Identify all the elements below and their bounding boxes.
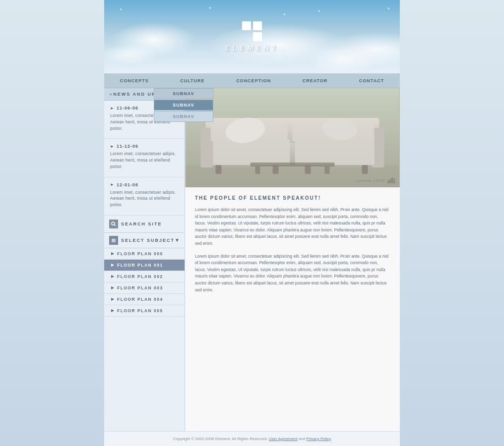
logo-square: [253, 21, 262, 30]
subnav-dropdown: SUBNAV SUBNAV SUBNAV: [154, 88, 213, 122]
article-area: THE PEOPLE OF ELEMENT SPEAKOUT! Lorem ip…: [185, 187, 400, 431]
svg-rect-3: [112, 240, 116, 241]
right-decorative-panel: [400, 0, 504, 446]
left-sidebar: + NEWS AND UPDATES + ► 11-06-06 Lorem im…: [104, 88, 185, 431]
logo-square: [242, 32, 251, 41]
svg-rect-23: [325, 167, 330, 174]
main-nav: CONCEPTS CULTURE CONCEPTION CREATOR CONT…: [104, 73, 400, 88]
news-date-2: ► 11-12-06: [110, 144, 179, 149]
nav-culture[interactable]: CULTURE: [176, 78, 208, 83]
svg-rect-2: [112, 239, 116, 240]
footer-copyright: Copyright © 2000-2006 Element. All Right…: [173, 437, 268, 441]
news-arrow-icon: ►: [110, 182, 115, 187]
nav-creator[interactable]: CREATOR: [299, 78, 332, 83]
floor-plan-item-2[interactable]: ▶ FLOOR PLAN 002: [104, 271, 185, 282]
floor-plan-arrow-icon: ▶: [111, 263, 114, 267]
floor-plan-arrow-icon: ▶: [111, 251, 114, 256]
svg-rect-13: [213, 139, 290, 165]
article-title: THE PEOPLE OF ELEMENT SPEAKOUT!: [195, 195, 390, 201]
nav-concepts[interactable]: CONCEPTS: [116, 78, 153, 83]
news-arrow-icon: ►: [110, 106, 115, 111]
site-footer: Copyright © 2000-2006 Element. All Right…: [104, 431, 400, 446]
logo-area: ELEMENT: [225, 21, 279, 52]
article-body-2: Lorem ipsum dolor sit amet, consectetuer…: [195, 253, 390, 294]
logo-square: [242, 21, 251, 30]
news-text-3: Lorem imet, consectetuer adipis. Aeiean …: [110, 189, 179, 208]
subnav-item-2[interactable]: SUBNAV: [154, 100, 213, 111]
news-prefix-plus: +: [109, 91, 112, 97]
footer-and: and: [299, 437, 307, 441]
footer-privacy-policy-link[interactable]: Privacy Policy: [306, 437, 331, 441]
news-arrow-icon: ►: [110, 144, 115, 149]
star-icon: ✦: [317, 9, 321, 13]
svg-rect-21: [251, 163, 335, 167]
hero-image-area: volume 100%: [185, 88, 400, 187]
svg-rect-18: [362, 165, 368, 174]
floor-plan-label-2: FLOOR PLAN 002: [117, 274, 163, 279]
sofa-illustration: [185, 88, 400, 187]
floor-plan-arrow-icon: ▶: [111, 285, 114, 290]
news-item-3: ► 12-01-06 Lorem imet, consectetuer adip…: [104, 177, 185, 216]
vol-bar-4: [393, 178, 395, 183]
site-logo-text: ELEMENT: [225, 44, 279, 52]
select-subject-label: SELECT SUBJECT: [121, 238, 175, 243]
volume-label: volume 100%: [356, 178, 385, 183]
search-section[interactable]: SEARCH SITE: [104, 216, 185, 233]
star-icon: ✦: [387, 6, 390, 11]
news-text-2: Lorem imet, consectetuer adipis. Aeiean …: [110, 151, 179, 169]
search-label: SEARCH SITE: [121, 222, 162, 226]
select-subject-section[interactable]: SELECT SUBJECT ▼: [104, 233, 185, 248]
vol-bar-1: [387, 180, 389, 183]
select-chevron-icon: ▼: [175, 237, 180, 243]
right-panel: volume 100% THE PEOPLE OF ELEMENT SPEAKO…: [185, 88, 400, 431]
nav-conception[interactable]: CONCEPTION: [232, 78, 275, 83]
svg-line-1: [115, 224, 116, 226]
svg-rect-22: [255, 167, 260, 174]
article-body-1: Lorem ipsum dolor sit amet, consectetuer…: [195, 207, 390, 247]
floor-plan-label-3: FLOOR PLAN 003: [117, 285, 163, 290]
floor-plan-item-4[interactable]: ▶ FLOOR PLAN 004: [104, 294, 185, 305]
news-item-2: ► 11-12-06 Lorem imet, consectetuer adip…: [104, 139, 185, 177]
logo-square: [253, 32, 262, 41]
footer-user-agreement-link[interactable]: User Agreement: [269, 437, 298, 441]
floor-plan-arrow-icon: ▶: [111, 297, 114, 301]
volume-indicator: volume 100%: [356, 177, 395, 183]
svg-rect-14: [295, 139, 375, 165]
floor-plan-label-5: FLOOR PLAN 005: [117, 308, 163, 313]
svg-point-0: [112, 222, 115, 225]
subnav-item-1[interactable]: SUBNAV: [154, 88, 213, 99]
star-icon: ✦: [208, 6, 212, 10]
floor-plan-label-0: FLOOR PLAN 000: [117, 251, 163, 256]
floor-plan-item-5[interactable]: ▶ FLOOR PLAN 005: [104, 305, 185, 317]
vol-bar-3: [391, 177, 393, 183]
floor-plan-item-0[interactable]: ▶ FLOOR PLAN 000: [104, 248, 185, 260]
site-header: ✦ ✦ ✦ ✦ ✦ ELEMENT: [104, 0, 400, 73]
floor-plan-arrow-icon: ▶: [111, 274, 114, 279]
main-window: ✦ ✦ ✦ ✦ ✦ ELEMENT CONCEPTS CULTURE CONCE…: [104, 0, 400, 446]
vol-bar-2: [389, 179, 391, 183]
volume-bars: [387, 177, 395, 183]
floor-plan-item-3[interactable]: ▶ FLOOR PLAN 003: [104, 282, 185, 294]
star-icon: ✦: [283, 12, 286, 17]
floor-plan-arrow-icon: ▶: [111, 308, 114, 313]
star-icon: ✦: [119, 7, 123, 12]
svg-rect-15: [216, 165, 222, 174]
content-area: + NEWS AND UPDATES + ► 11-06-06 Lorem im…: [104, 88, 400, 431]
floor-plan-label-1: FLOOR PLAN 001: [117, 263, 163, 268]
search-icon: [109, 220, 118, 228]
floor-plan-item-1[interactable]: ▶ FLOOR PLAN 001: [104, 260, 185, 271]
left-decorative-panel: [0, 0, 104, 446]
floor-plan-label-4: FLOOR PLAN 004: [117, 297, 163, 302]
logo-squares: [242, 21, 262, 41]
svg-rect-4: [112, 241, 116, 242]
select-icon: [109, 236, 118, 245]
nav-contact[interactable]: CONTACT: [355, 78, 388, 83]
subnav-item-3[interactable]: SUBNAV: [154, 111, 213, 122]
news-date-3: ► 12-01-06: [110, 182, 179, 187]
